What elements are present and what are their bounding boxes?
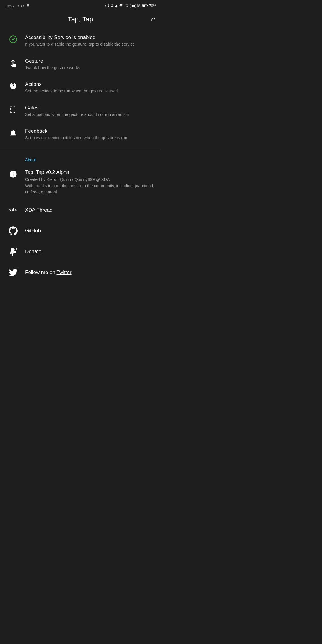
donate-label: Donate — [25, 249, 41, 255]
bluetooth-icon — [110, 4, 114, 9]
gates-icon — [6, 105, 20, 114]
accessibility-subtitle: If you want to disable the gesture, tap … — [25, 41, 135, 47]
svg-rect-3 — [147, 5, 148, 6]
gates-item[interactable]: Gates Set situations when the gesture sh… — [0, 100, 161, 123]
status-bar: 10:32 ⊙ ⊙ ◆ HD 70% — [0, 0, 161, 11]
app-title: Tap, Tap — [68, 16, 93, 23]
status-right: ◆ HD 70% — [105, 4, 156, 9]
hd-label: HD — [130, 4, 136, 8]
feedback-icon — [6, 128, 20, 137]
whatsapp-icon2: ⊙ — [21, 4, 24, 8]
gesture-subtitle: Tweak how the gesture works — [25, 65, 80, 71]
feedback-text: Feedback Set how the device notifies you… — [25, 128, 127, 141]
alarm-icon — [105, 4, 109, 9]
donate-item[interactable]: Donate — [0, 241, 161, 262]
svg-rect-4 — [142, 5, 145, 7]
xda-thread-item[interactable]: xda XDA Thread — [0, 200, 161, 220]
toolbar: Tap, Tap α — [0, 11, 161, 29]
gesture-icon — [6, 58, 20, 67]
location-icon: ◆ — [115, 4, 117, 8]
gates-subtitle: Set situations when the gesture should n… — [25, 112, 129, 118]
accessibility-service-item[interactable]: Accessibility Service is enabled If you … — [0, 29, 161, 53]
paypal-icon — [6, 247, 20, 256]
gesture-text: Gesture Tweak how the gesture works — [25, 58, 80, 71]
about-section-header: About — [0, 151, 161, 165]
time: 10:32 — [5, 4, 15, 8]
info-icon — [6, 169, 20, 178]
svg-rect-1 — [126, 6, 127, 7]
whatsapp-icon: ⊙ — [16, 4, 19, 8]
github-item[interactable]: GitHub — [0, 220, 161, 241]
app-version-title: Tap, Tap v0.2 Alpha — [25, 169, 155, 175]
signal-icon — [125, 4, 129, 9]
app-info-subtitle: Created by Kieron Quinn / Quinny899 @ XD… — [25, 177, 155, 195]
gesture-item[interactable]: Gesture Tweak how the gesture works — [0, 53, 161, 76]
xda-icon: xda — [6, 208, 20, 213]
alpha-label: α — [151, 16, 155, 23]
svg-rect-0 — [127, 6, 128, 7]
actions-subtitle: Set the actions to be run when the gestu… — [25, 88, 118, 94]
battery-percent: 70% — [149, 4, 156, 8]
status-left: 10:32 ⊙ ⊙ — [5, 4, 30, 9]
feedback-item[interactable]: Feedback Set how the device notifies you… — [0, 123, 161, 146]
actions-title: Actions — [25, 81, 118, 87]
signal-icon2 — [137, 4, 141, 9]
accessibility-text: Accessibility Service is enabled If you … — [25, 35, 135, 47]
feedback-title: Feedback — [25, 128, 127, 134]
twitter-label: Follow me on Twitter — [25, 270, 72, 275]
github-label: GitHub — [25, 228, 41, 234]
twitter-icon — [6, 268, 20, 277]
app-info-text: Tap, Tap v0.2 Alpha Created by Kieron Qu… — [25, 169, 155, 195]
actions-item[interactable]: Actions Set the actions to be run when t… — [0, 76, 161, 100]
gates-title: Gates — [25, 105, 129, 111]
upload-icon — [26, 4, 30, 9]
accessibility-check-icon — [6, 35, 20, 44]
actions-icon — [6, 81, 20, 90]
github-icon — [6, 226, 20, 235]
app-info-item[interactable]: Tap, Tap v0.2 Alpha Created by Kieron Qu… — [0, 165, 161, 200]
wifi-icon — [119, 4, 123, 9]
section-divider — [0, 149, 161, 149]
accessibility-title: Accessibility Service is enabled — [25, 35, 135, 41]
feedback-subtitle: Set how the device notifies you when the… — [25, 135, 127, 141]
battery-icon — [142, 4, 148, 9]
xda-thread-label: XDA Thread — [25, 207, 52, 213]
gesture-title: Gesture — [25, 58, 80, 64]
gates-text: Gates Set situations when the gesture sh… — [25, 105, 129, 118]
twitter-item[interactable]: Follow me on Twitter — [0, 262, 161, 283]
actions-text: Actions Set the actions to be run when t… — [25, 81, 118, 94]
